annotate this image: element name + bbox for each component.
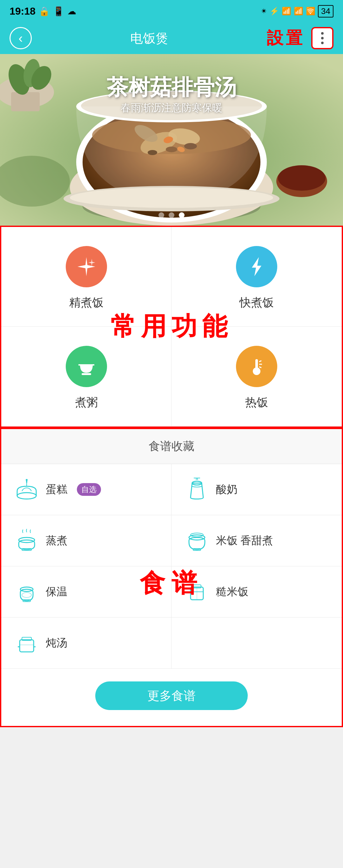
dot-3-active[interactable] — [179, 212, 184, 218]
function-refan[interactable]: 热饭 — [172, 327, 342, 427]
hero-subtitle: 春雨渐沥注意防寒保暖 — [121, 101, 222, 115]
more-dots-icon — [321, 32, 323, 44]
signal-bars-2: 📶 — [294, 7, 303, 16]
jingzhufan-icon-circle — [66, 246, 107, 287]
status-lock-icon: 🔒 — [39, 6, 50, 17]
status-cloud-icon: ☁ — [67, 6, 76, 17]
cake-icon — [14, 477, 39, 502]
svg-rect-28 — [255, 359, 258, 369]
rice-icon — [184, 528, 210, 553]
hero-banner: 茶树菇排骨汤 春雨渐沥注意防寒保暖 — [0, 54, 343, 226]
status-wechat-icon: 📱 — [53, 6, 64, 17]
hero-title: 茶树菇排骨汤 — [107, 73, 236, 102]
nav-right-area: 設置 — [267, 27, 334, 49]
function-zhuzhu[interactable]: 煮粥 — [1, 327, 172, 427]
svg-rect-45 — [20, 640, 34, 652]
function-kuaizhufan[interactable]: 快煮饭 — [172, 227, 342, 327]
recipe-brownrice[interactable]: 糙米饭 — [172, 566, 342, 618]
recipe-section: 食谱收藏 食谱 蛋糕 自选 酸奶 — [0, 428, 343, 727]
cake-label: 蛋糕 — [46, 482, 67, 497]
recipe-header-label: 食谱收藏 — [149, 440, 194, 453]
status-time: 19:18 — [9, 5, 36, 17]
zhuzhu-label: 煮粥 — [75, 395, 98, 410]
more-recipes-button[interactable]: 更多食谱 — [95, 681, 248, 710]
recipe-empty — [172, 618, 342, 669]
kuaizhufan-icon-circle — [236, 246, 277, 287]
status-right: ✴ ⚡ 📶 📶 🛜 34 — [261, 5, 334, 18]
recipe-header: 食谱收藏 — [1, 429, 342, 464]
bt-icon: ✴ — [261, 7, 267, 16]
rice-label: 米饭 香甜煮 — [216, 533, 273, 548]
yogurt-label: 酸奶 — [216, 482, 238, 497]
sparkle-icon — [75, 255, 98, 278]
svg-point-30 — [26, 479, 28, 481]
steam-label: 蒸煮 — [46, 533, 67, 548]
jingzhufan-label: 精煮饭 — [69, 295, 104, 311]
hero-pagination — [159, 212, 184, 218]
function-jingzhufan[interactable]: 精煮饭 — [1, 227, 172, 327]
wifi-icon: 🛜 — [306, 7, 315, 16]
brownrice-label: 糙米饭 — [216, 585, 248, 599]
recipe-steam[interactable]: 蒸煮 — [1, 515, 172, 566]
recipe-grid: 蛋糕 自选 酸奶 蒸煮 — [1, 464, 342, 669]
more-button[interactable] — [311, 27, 334, 49]
svg-point-40 — [22, 592, 31, 597]
common-functions-section: 常用功能 精煮饭 快煮饭 — [0, 226, 343, 428]
signal-bars-1: 📶 — [282, 7, 291, 16]
thermometer-icon — [245, 355, 268, 378]
refan-icon-circle — [236, 346, 277, 387]
recipe-cake[interactable]: 蛋糕 自选 — [1, 464, 172, 515]
warmth-icon — [14, 579, 39, 604]
yogurt-icon — [184, 477, 210, 502]
kuaizhufan-label: 快煮饭 — [239, 295, 274, 311]
dot-1[interactable] — [159, 212, 164, 218]
warmth-label: 保温 — [46, 585, 67, 599]
svg-rect-22 — [11, 92, 40, 111]
settings-label: 設置 — [267, 27, 305, 49]
recipe-warmth[interactable]: 保温 — [1, 566, 172, 618]
recipe-soup[interactable]: 炖汤 — [1, 618, 172, 669]
svg-rect-26 — [81, 373, 91, 375]
bowl-icon — [75, 355, 98, 378]
battery-level: 34 — [318, 5, 334, 18]
dot-2[interactable] — [169, 212, 174, 218]
top-nav: ‹ 电饭煲 設置 — [0, 22, 343, 54]
svg-point-29 — [17, 493, 36, 499]
back-button[interactable]: ‹ — [9, 27, 32, 49]
soup-label: 炖汤 — [46, 636, 67, 650]
page-title: 电饭煲 — [130, 30, 168, 47]
status-bar: 19:18 🔒 📱 ☁ ✴ ⚡ 📶 📶 🛜 34 — [0, 0, 343, 22]
status-left: 19:18 🔒 📱 ☁ — [9, 5, 76, 17]
recipe-rice[interactable]: 米饭 香甜煮 — [172, 515, 342, 566]
lightning-icon — [245, 255, 268, 278]
svg-point-20 — [278, 165, 325, 191]
recipe-yogurt[interactable]: 酸奶 — [172, 464, 342, 515]
signal-icon: ⚡ — [270, 7, 279, 16]
common-functions-grid: 精煮饭 快煮饭 煮粥 — [1, 227, 342, 427]
zhuzhu-icon-circle — [66, 346, 107, 387]
cake-badge: 自选 — [77, 483, 101, 496]
svg-point-18 — [70, 188, 273, 208]
footer-space — [0, 727, 343, 746]
soupcook-icon — [14, 630, 39, 656]
steam-icon — [14, 528, 39, 553]
brownrice-icon — [184, 579, 210, 604]
refan-label: 热饭 — [245, 395, 268, 410]
back-icon: ‹ — [19, 31, 23, 45]
